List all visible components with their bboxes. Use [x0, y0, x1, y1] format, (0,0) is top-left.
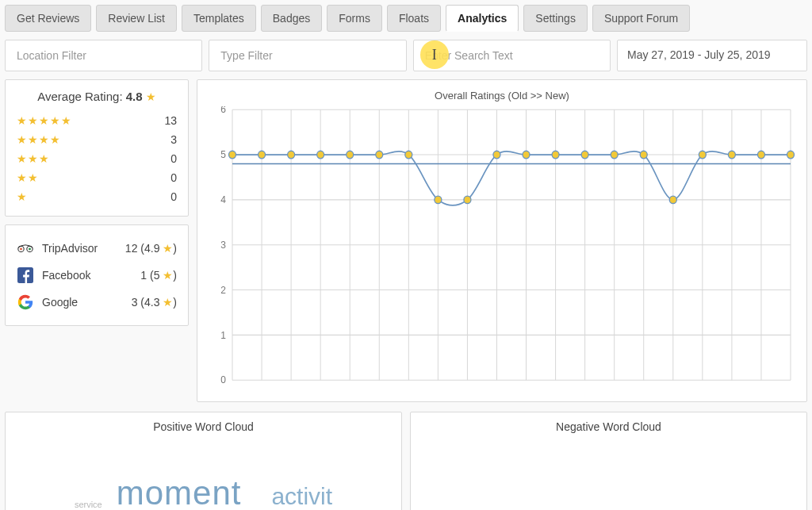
- svg-point-42: [288, 151, 295, 159]
- positive-word-cloud: Positive Word Cloud servicemomentactivit…: [5, 412, 402, 510]
- wc-word: activit: [271, 483, 332, 510]
- star-icon: ★: [39, 115, 49, 126]
- location-filter[interactable]: [5, 40, 202, 71]
- star-icon: ★: [28, 134, 38, 145]
- negative-cloud-title: Negative Word Cloud: [423, 420, 794, 433]
- search-input[interactable]: [423, 48, 600, 63]
- average-label: Average Rating:: [37, 90, 122, 103]
- svg-point-53: [611, 151, 618, 159]
- ratings-chart: 0123456: [209, 106, 795, 392]
- tab-support-forum[interactable]: Support Forum: [592, 5, 690, 32]
- star-icon: ★: [50, 115, 60, 126]
- tab-bar: Get ReviewsReview ListTemplatesBadgesFor…: [5, 5, 807, 32]
- star-icon: ★: [163, 296, 173, 309]
- chart-panel: Overall Ratings (Old >> New) 0123456: [197, 79, 807, 402]
- rating-row-3: ★★★0: [17, 149, 177, 168]
- svg-point-58: [757, 151, 764, 159]
- star-icon: ★: [146, 90, 156, 103]
- svg-point-54: [640, 151, 647, 159]
- date-range-text: May 27, 2019 - July 25, 2019: [627, 48, 771, 61]
- star-icon: ★: [163, 242, 173, 255]
- chart-title: Overall Ratings (Old >> New): [209, 90, 795, 102]
- rating-row-2: ★★0: [17, 168, 177, 187]
- svg-point-52: [581, 151, 588, 159]
- star-icon: ★: [39, 134, 49, 145]
- star-icon: ★: [50, 134, 60, 145]
- svg-point-55: [669, 196, 676, 204]
- svg-text:5: 5: [220, 149, 226, 160]
- svg-point-44: [347, 151, 354, 159]
- negative-word-cloud: Negative Word Cloud: [410, 412, 807, 510]
- rating-count: 3: [155, 133, 177, 146]
- facebook-icon: [17, 267, 34, 284]
- location-filter-input[interactable]: [15, 48, 192, 63]
- tab-floats[interactable]: Floats: [387, 5, 441, 32]
- star-icon: ★: [17, 153, 27, 164]
- svg-text:2: 2: [220, 284, 226, 295]
- star-icon: ★: [163, 269, 173, 282]
- search-filter[interactable]: [413, 40, 611, 71]
- svg-point-48: [464, 196, 471, 204]
- filter-row: May 27, 2019 - July 25, 2019: [5, 40, 807, 71]
- tripadvisor-icon: [17, 240, 34, 257]
- star-icon: ★: [17, 134, 27, 145]
- star-icon: ★: [28, 172, 38, 183]
- tab-templates[interactable]: Templates: [182, 5, 256, 32]
- svg-point-59: [787, 151, 795, 159]
- star-icon: ★: [28, 153, 38, 164]
- average-rating-title: Average Rating: 4.8 ★: [17, 90, 177, 103]
- rating-count: 0: [155, 152, 177, 165]
- svg-point-47: [435, 196, 442, 204]
- svg-point-49: [493, 151, 500, 159]
- sources-panel: TripAdvisor12 (4.9 ★)Facebook1 (5 ★)Goog…: [5, 224, 189, 326]
- svg-text:4: 4: [220, 194, 226, 205]
- rating-row-5: ★★★★★13: [17, 111, 177, 130]
- rating-count: 0: [155, 190, 177, 203]
- rating-row-1: ★0: [17, 187, 177, 206]
- rating-row-4: ★★★★3: [17, 130, 177, 149]
- svg-point-56: [699, 151, 706, 159]
- star-icon: ★: [17, 172, 27, 183]
- type-filter[interactable]: [209, 40, 406, 71]
- type-filter-input[interactable]: [219, 48, 396, 63]
- svg-point-57: [728, 151, 735, 159]
- tab-settings[interactable]: Settings: [523, 5, 588, 32]
- rating-count: 0: [155, 171, 177, 184]
- source-name: TripAdvisor: [42, 242, 117, 255]
- star-icon: ★: [39, 153, 49, 164]
- svg-point-3: [29, 247, 31, 250]
- star-icon: ★: [61, 115, 71, 126]
- tab-badges[interactable]: Badges: [261, 5, 322, 32]
- date-range-picker[interactable]: May 27, 2019 - July 25, 2019: [617, 40, 807, 71]
- svg-text:6: 6: [220, 106, 226, 116]
- svg-text:1: 1: [220, 329, 226, 340]
- tab-analytics[interactable]: Analytics: [446, 5, 519, 32]
- svg-point-50: [523, 151, 530, 159]
- rating-count: 13: [155, 114, 177, 127]
- svg-point-45: [376, 151, 383, 159]
- source-value: 3 (4.3 ★): [132, 296, 177, 309]
- tab-forms[interactable]: Forms: [327, 5, 382, 32]
- tab-get-reviews[interactable]: Get Reviews: [5, 5, 91, 32]
- svg-point-2: [20, 247, 22, 250]
- source-row-facebook: Facebook1 (5 ★): [17, 262, 177, 289]
- source-name: Google: [42, 296, 124, 309]
- average-value: 4.8: [126, 90, 143, 103]
- svg-point-51: [552, 151, 559, 159]
- wc-word: service: [75, 500, 102, 509]
- svg-text:0: 0: [220, 374, 226, 385]
- source-row-tripadvisor: TripAdvisor12 (4.9 ★): [17, 235, 177, 262]
- source-row-google: Google3 (4.3 ★): [17, 289, 177, 316]
- svg-point-43: [317, 151, 324, 159]
- svg-point-41: [259, 151, 266, 159]
- star-icon: ★: [17, 191, 27, 202]
- svg-point-40: [229, 151, 236, 159]
- star-icon: ★: [28, 115, 38, 126]
- tab-review-list[interactable]: Review List: [96, 5, 177, 32]
- star-icon: ★: [17, 115, 27, 126]
- wc-word: moment: [117, 474, 242, 510]
- source-value: 12 (4.9 ★): [125, 242, 177, 255]
- source-value: 1 (5 ★): [140, 269, 177, 282]
- svg-text:3: 3: [220, 240, 226, 251]
- source-name: Facebook: [42, 269, 132, 282]
